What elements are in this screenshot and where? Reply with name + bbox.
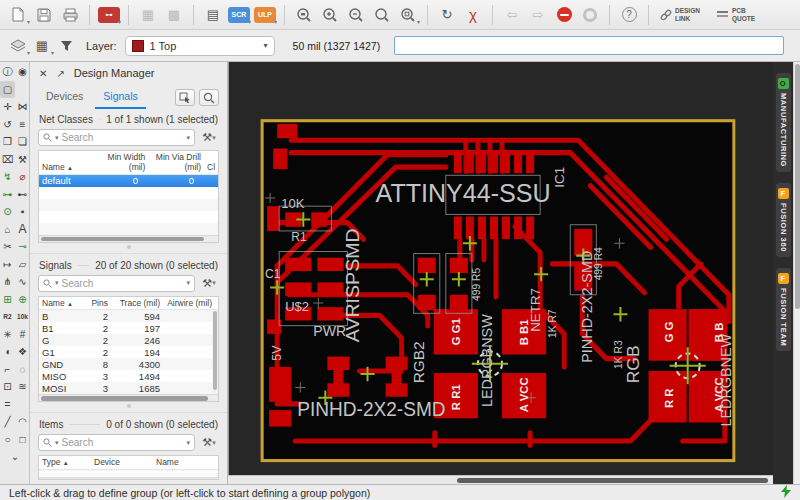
signal-row[interactable]: MOSI 3 1685	[39, 382, 218, 394]
info-icon[interactable]: ⓘ	[0, 63, 15, 81]
ratsnest-icon[interactable]: ✂	[0, 238, 15, 256]
lock-icon[interactable]: ⊡	[0, 378, 15, 396]
group-select-icon[interactable]: ▢	[0, 81, 15, 99]
col-min-width[interactable]: Min Width (mil)	[99, 153, 149, 173]
align-icon[interactable]: ≡	[15, 116, 30, 134]
col-name[interactable]: Name ▲	[39, 299, 85, 309]
mirror-icon[interactable]: ⋈	[15, 98, 30, 116]
open-file-icon[interactable]: ▾	[6, 4, 30, 26]
wave-icon[interactable]: ≋	[15, 378, 30, 396]
polygon-icon[interactable]: ⌂	[0, 221, 15, 239]
outline-icon[interactable]: ▱	[15, 256, 30, 274]
smash-icon[interactable]: ✳	[0, 326, 15, 344]
dash-style-icon[interactable]: =	[0, 396, 15, 414]
col-name[interactable]: Name ▲	[39, 163, 99, 173]
layer-select[interactable]: 1 Top ▾	[125, 36, 275, 56]
col-clearance[interactable]: Cl	[204, 163, 218, 173]
dimension-icon[interactable]: ↦	[0, 256, 15, 274]
refresh-icon[interactable]: ↻	[435, 4, 459, 26]
tab-devices[interactable]: Devices	[38, 86, 91, 109]
canvas-hscrollbar[interactable]	[228, 475, 773, 484]
zoom-selected-icon[interactable]	[199, 89, 219, 106]
col-pins[interactable]: Pins	[85, 299, 111, 309]
resize-grip[interactable]	[127, 404, 131, 408]
signal-row[interactable]: G 2 246	[39, 334, 218, 346]
value-icon[interactable]: 10k	[15, 308, 30, 326]
bend-style-icon[interactable]: ⌐	[0, 361, 15, 379]
signal-row[interactable]: MISO 3 1494	[39, 370, 218, 382]
zoom-fit-icon[interactable]	[292, 4, 316, 26]
line-icon[interactable]: ╱	[0, 413, 15, 431]
attribute-icon[interactable]: ❖	[15, 343, 30, 361]
tab-fusion-team[interactable]: F FUSION TEAM	[776, 268, 791, 351]
col-min-via[interactable]: Min Via Drill (mil)	[148, 153, 204, 173]
paste-icon[interactable]: ❏	[15, 133, 30, 151]
add-module-icon[interactable]: ⊕	[15, 291, 30, 309]
back-icon[interactable]: ⇦	[500, 4, 524, 26]
meander-icon[interactable]: ∿	[15, 273, 30, 291]
signals-vscrollbar[interactable]	[212, 311, 218, 394]
ripup-icon[interactable]: ⌀	[15, 168, 30, 186]
print-icon[interactable]	[58, 4, 82, 26]
show-icon[interactable]: ◉	[15, 63, 30, 81]
net-classes-search-input[interactable]: ▾ Search ▾	[38, 129, 195, 146]
pcb-quote-button[interactable]: PCB QUOTE	[713, 7, 764, 21]
signal-row[interactable]: B 2 594	[39, 310, 218, 322]
run-ulp-icon[interactable]: ULP▾	[253, 4, 277, 26]
add-part-icon[interactable]: ⊞	[0, 291, 15, 309]
cam-processor-icon[interactable]: ⊶▾	[97, 4, 121, 26]
window-vscrollbar[interactable]	[793, 62, 800, 484]
save-icon[interactable]	[32, 4, 56, 26]
pcb-canvas[interactable]: ATTINY44-SSU IC1 10K R1 C1 U$2 AVRISPSMD…	[228, 62, 773, 475]
layer-settings-icon[interactable]: ▾	[6, 35, 30, 57]
rect-icon[interactable]: □	[15, 431, 30, 449]
filter-icon[interactable]	[54, 35, 78, 57]
tab-signals[interactable]: Signals	[95, 86, 145, 109]
unroute-icon[interactable]: ⊷	[15, 186, 30, 204]
stop-icon[interactable]	[552, 4, 576, 26]
col-airwire[interactable]: Airwire (mil)	[163, 299, 215, 309]
pad-icon[interactable]: ▪	[15, 203, 30, 221]
cage-icon[interactable]: #	[15, 326, 30, 344]
eraser-icon[interactable]: ◖	[0, 343, 15, 361]
via-icon[interactable]: ⊙	[0, 203, 15, 221]
go-icon[interactable]	[578, 4, 602, 26]
resize-grip[interactable]	[127, 245, 131, 249]
run-script-icon[interactable]: SCR▾	[227, 4, 251, 26]
col-type[interactable]: Type ▲	[39, 458, 91, 468]
split-icon[interactable]: ⋔	[0, 273, 15, 291]
text-icon[interactable]: A	[15, 221, 30, 239]
zoom-out-icon[interactable]	[344, 4, 368, 26]
name-icon[interactable]: R2	[0, 308, 15, 326]
close-icon[interactable]: ✕	[39, 68, 47, 79]
cancel-icon[interactable]: χ	[461, 4, 485, 26]
items-search-input[interactable]: ▾ Search ▾	[38, 434, 195, 451]
forward-icon[interactable]: ⇨	[526, 4, 550, 26]
copy-icon[interactable]: ❐	[0, 133, 15, 151]
drc-icon[interactable]: ◌	[15, 361, 30, 379]
net-classes-hscrollbar[interactable]	[39, 235, 218, 242]
zoom-redraw-icon[interactable]	[370, 4, 394, 26]
move-icon[interactable]: ✛	[0, 98, 15, 116]
schematic-icon[interactable]: ▦	[136, 4, 160, 26]
net-classes-settings-icon[interactable]: ⚒▾	[199, 129, 219, 146]
route-airwire-icon[interactable]: ⊶	[0, 186, 15, 204]
select-shown-icon[interactable]	[175, 89, 195, 106]
rotate-icon[interactable]: ↺	[0, 116, 15, 134]
board-icon[interactable]: ▩	[162, 4, 186, 26]
library-icon[interactable]: ▤	[201, 4, 225, 26]
signals-hscrollbar[interactable]	[39, 394, 218, 401]
grid-icon[interactable]: ▦▾	[30, 35, 54, 57]
zoom-select-icon[interactable]: ▾	[396, 4, 420, 26]
col-trace[interactable]: Trace (mil)	[111, 299, 163, 309]
circle-icon[interactable]: ○	[0, 431, 15, 449]
signals-search-input[interactable]: ▾ Search ▾	[38, 275, 195, 292]
route-icon[interactable]: ↯	[0, 168, 15, 186]
popout-icon[interactable]: ↗	[56, 68, 64, 79]
items-hscrollbar[interactable]	[39, 477, 218, 479]
signal-row[interactable]: G1 2 194	[39, 346, 218, 358]
items-settings-icon[interactable]: ⚒▾	[199, 434, 219, 451]
arc-icon[interactable]: ◠	[15, 413, 30, 431]
delete-icon[interactable]: ⌧	[0, 151, 15, 169]
more-tools-icon[interactable]: ⌄	[0, 448, 30, 466]
